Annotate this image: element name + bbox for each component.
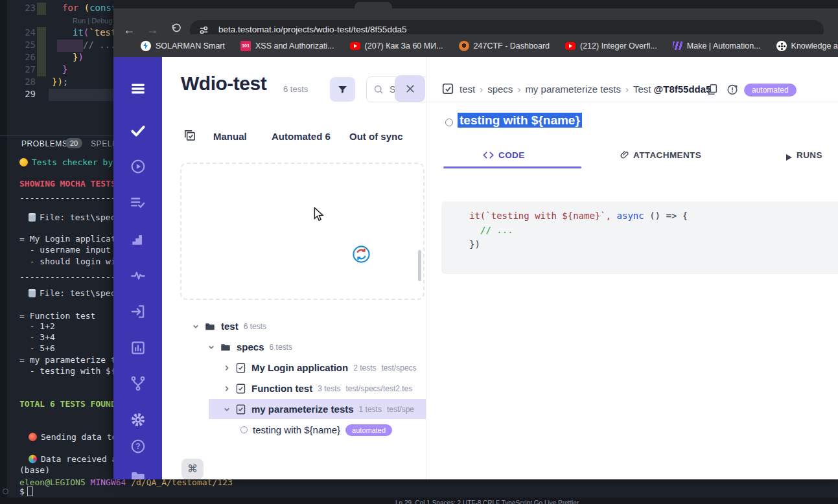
- runs-play-icon[interactable]: [130, 158, 146, 175]
- bookmarks-bar: SOLARMAN Smart 101XSS and Authorizati...…: [113, 34, 838, 57]
- tab-problems[interactable]: PROBLEMS: [21, 139, 68, 148]
- scrollbar-thumb[interactable]: [418, 250, 421, 281]
- chevron-down-icon[interactable]: [208, 344, 215, 350]
- tree-row-test-case[interactable]: testing with ${name} automated: [240, 420, 392, 440]
- tab-manual[interactable]: Manual: [213, 131, 247, 142]
- tree-row-test[interactable]: test 6 tests: [192, 316, 266, 336]
- reports-chart-icon[interactable]: [130, 339, 146, 356]
- terminal-line: SHOWING MOCHA TESTS: [19, 179, 116, 189]
- milestones-stairs-icon[interactable]: [130, 231, 146, 247]
- help-icon[interactable]: ?: [130, 438, 146, 455]
- suite-count: 1 tests: [359, 405, 382, 414]
- browser-toolbar: ← → beta.testomat.io/projects/wdio-test/…: [113, 8, 838, 34]
- bookmark-youtube-1[interactable]: (207) Как За 60 МИ...: [350, 41, 443, 51]
- tab-automated[interactable]: Automated 6: [272, 131, 331, 142]
- code-token: }: [62, 64, 67, 74]
- test-plans-list-icon[interactable]: [130, 194, 146, 211]
- folder-icon: [220, 341, 231, 353]
- bookmark-247ctf[interactable]: 247CTF - Dashboard: [459, 41, 550, 51]
- breadcrumb-separator: ›: [517, 84, 520, 95]
- mouse-cursor: [313, 207, 325, 224]
- copy-id-button[interactable]: [706, 83, 719, 98]
- code-line: it(`testing with ${name}`, async () => {: [469, 211, 688, 221]
- solarman-icon: [141, 41, 151, 51]
- chevron-right-icon[interactable]: [224, 365, 230, 371]
- editor-line: 23 for (const: [0, 3, 33, 15]
- terminal-line: Tests checker by: [19, 157, 113, 167]
- suite-label[interactable]: My Login application: [251, 362, 348, 373]
- folder-label[interactable]: specs: [237, 341, 264, 352]
- filter-button[interactable]: [330, 77, 355, 102]
- command-palette-button[interactable]: ⌘: [181, 459, 204, 479]
- tests-check-icon[interactable]: [130, 122, 146, 139]
- code-token: (: [78, 3, 89, 13]
- test-title[interactable]: testing with ${name}: [458, 113, 582, 128]
- knowledge-assistant-icon: [776, 41, 787, 51]
- automated-badge: automated: [744, 84, 797, 97]
- sync-status-icon[interactable]: [726, 83, 739, 98]
- terminal-line: - 1+2: [19, 321, 55, 331]
- settings-gear-icon[interactable]: [130, 411, 146, 428]
- files-folder-icon[interactable]: [130, 468, 146, 479]
- suite-path: test/specs/test2.tes: [346, 384, 413, 393]
- browser-tab-strip: [113, 0, 838, 8]
- code-line: // ...: [480, 225, 513, 235]
- test-id[interactable]: @T8f55dda5: [654, 84, 712, 95]
- url-text[interactable]: beta.testomat.io/projects/wdio-test/test…: [218, 25, 406, 34]
- 247ctf-icon: [459, 41, 469, 51]
- code-token: for: [62, 3, 78, 13]
- folder-label[interactable]: test: [221, 321, 239, 332]
- tab-runs[interactable]: RUNS: [797, 150, 822, 160]
- close-panel-button[interactable]: [395, 75, 425, 102]
- tree-row-specs[interactable]: specs 6 tests: [208, 337, 292, 357]
- breadcrumb-item-test[interactable]: test: [460, 84, 475, 95]
- suite-doc-icon: [235, 383, 246, 395]
- bookmark-youtube-2[interactable]: (212) Integer Overfl...: [565, 41, 657, 51]
- select-all-icon[interactable]: [183, 128, 196, 144]
- breadcrumb-item-suite[interactable]: my parameterize tests: [525, 84, 621, 95]
- pulse-analytics-icon[interactable]: [130, 267, 146, 284]
- terminal-line: = my parameterize te: [19, 355, 121, 365]
- bookmark-make[interactable]: Make | Automation...: [673, 41, 761, 51]
- tab-code[interactable]: CODE: [498, 150, 525, 160]
- code-token: `test: [89, 27, 116, 38]
- search-icon: [373, 84, 384, 95]
- suite-path: test/spe: [387, 405, 414, 414]
- drop-zone[interactable]: [180, 163, 425, 300]
- bookmark-solarman[interactable]: SOLARMAN Smart: [141, 41, 225, 51]
- chevron-right-icon[interactable]: [224, 385, 230, 392]
- svg-text:?: ?: [135, 442, 140, 451]
- party-emoji-icon: [29, 455, 37, 463]
- codelens-run-debug[interactable]: Run | Debug: [73, 17, 113, 25]
- menu-icon[interactable]: [130, 80, 146, 97]
- tree-row-suite-parameterize[interactable]: my parameterize tests 1 tests test/spe: [224, 399, 414, 419]
- chevron-down-icon[interactable]: [224, 406, 230, 413]
- test-case-label[interactable]: testing with ${name}: [253, 424, 340, 435]
- active-tab-bottom: [355, 2, 392, 8]
- suite-label[interactable]: Function test: [251, 383, 312, 394]
- hackerone-101-icon: 101: [240, 41, 251, 51]
- git-change-indicator: [37, 27, 46, 76]
- tree-row-suite-function[interactable]: Function test 3 tests test/specs/test2.t…: [224, 378, 412, 398]
- breadcrumb-item-specs[interactable]: specs: [487, 84, 513, 95]
- problems-count-badge: 20: [65, 138, 82, 148]
- suite-label[interactable]: my parameterize tests: [251, 404, 354, 415]
- tab-out-of-sync[interactable]: Out of sync: [349, 131, 403, 142]
- test-checkbox-icon[interactable]: [441, 82, 454, 98]
- chevron-down-icon[interactable]: [192, 323, 199, 330]
- star-struck-emoji-icon: [19, 158, 28, 166]
- project-test-count: 6 tests: [283, 84, 308, 94]
- test-status-circle-icon[interactable]: [445, 119, 453, 126]
- tab-attachments[interactable]: ATTACHMENTS: [633, 150, 701, 160]
- branches-icon[interactable]: [130, 375, 146, 392]
- bookmark-knowledge[interactable]: Knowledge assistan...: [776, 41, 838, 51]
- editor-selection: [57, 40, 83, 52]
- tree-row-suite-login[interactable]: My Login application 2 tests test/specs: [224, 358, 417, 378]
- close-icon: [405, 84, 415, 94]
- youtube-icon: [565, 42, 576, 50]
- bookmark-xss[interactable]: 101XSS and Authorizati...: [240, 41, 334, 51]
- notepad-emoji-icon: [29, 289, 36, 297]
- terminal-input-line[interactable]: $: [19, 487, 33, 496]
- line-number: 26: [0, 52, 36, 62]
- import-export-icon[interactable]: [130, 303, 146, 320]
